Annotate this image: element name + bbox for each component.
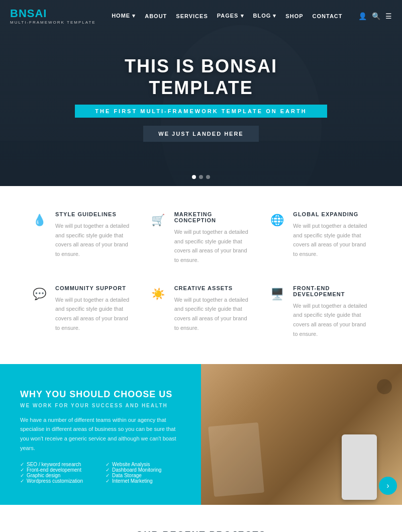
hero-dot-1[interactable] [192,175,196,179]
creative-icon: ☀️ [149,285,167,303]
why-title: WHY YOU SHOULD CHOOSE US [20,389,181,400]
marketing-icon: 🛒 [149,211,167,229]
feature-marketing-text: MARKETING CONCEPTION We will put togethe… [174,211,253,265]
nav-shop[interactable]: SHOP [285,13,303,19]
feature-community-title: COMMUNITY SUPPORT [55,285,134,291]
why-right-bg [201,364,402,505]
hero-cta-button[interactable]: WE JUST LANDED HERE [143,126,258,142]
feature-global: 🌐 GLOBAL EXPANDING We will put together … [268,211,372,265]
nav-icons: 👤 🔍 ☰ [358,12,392,20]
features-grid: 💧 STYLE GUIDELINES We will put together … [30,211,372,339]
feature-style-title: STYLE GUIDELINES [55,211,134,217]
feature-global-desc: We will put together a detailed and spec… [293,221,372,259]
why-checklist-right: Website Analysis Dashboard Monitoring Da… [106,462,181,484]
projects-section: OUR RECENT PROJECTS ● ALL DIGITAL GOODS … [0,505,402,533]
why-section: WHY YOU SHOULD CHOOSE US WE WORK FOR YOU… [0,364,402,505]
navbar: BNSAI MULTI-FRAMEWORK TEMPLATE HOME ▾ AB… [0,0,402,32]
hero-subtitle: THE FIRST MULTI-FRAMEWORK TEMPLATE ON EA… [75,105,327,118]
feature-frontend-text: FRONT-END DEVELOPEMENT We will put toget… [293,285,372,339]
checklist-item-graphic: Graphic design [20,473,95,478]
hero-dot-3[interactable] [206,175,210,179]
checklist-item-seo: SEO / keyword research [20,462,95,467]
checklist-item-website: Website Analysis [106,462,181,467]
feature-community: 💬 COMMUNITY SUPPORT We will put together… [30,285,134,339]
feature-creative: ☀️ CREATIVE ASSETS We will put together … [149,285,253,339]
feature-style-text: STYLE GUIDELINES We will put together a … [55,211,134,259]
feature-community-desc: We will put together a detailed and spec… [55,295,134,333]
checklist-item-storage: Data Storage [106,473,181,478]
frontend-icon: 🖥️ [268,285,286,303]
checklist-item-dashboard: Dashboard Monitoring [106,467,181,473]
menu-icon[interactable]: ☰ [385,12,392,20]
logo-name: BNSAI [10,7,96,20]
nav-services[interactable]: SERVICES [176,13,208,19]
nav-about[interactable]: ABOUT [145,13,167,19]
nav-links: HOME ▾ ABOUT SERVICES PAGES ▾ BLOG ▾ SHO… [112,13,342,19]
feature-global-text: GLOBAL EXPANDING We will put together a … [293,211,372,259]
global-icon: 🌐 [268,211,286,229]
feature-style-desc: We will put together a detailed and spec… [55,221,134,259]
feature-frontend: 🖥️ FRONT-END DEVELOPEMENT We will put to… [268,285,372,339]
feature-creative-desc: We will put together a detailed and spec… [174,295,253,333]
nav-home[interactable]: HOME ▾ [112,13,136,19]
why-checklist: SEO / keyword research Front-end develop… [20,462,181,484]
feature-frontend-desc: We will put together a detailed and spec… [293,301,372,339]
feature-marketing-title: MARKETING CONCEPTION [174,211,253,223]
why-description: We have a number of different teams with… [20,415,181,453]
hero-dot-2[interactable] [199,175,203,179]
community-icon: 💬 [30,285,48,303]
nav-contact[interactable]: CONTACT [313,13,343,19]
why-subtitle: WE WORK FOR YOUR SUCCESS AND HEALTH [20,403,181,408]
hero-title: THIS IS BONSAI TEMPLATE [0,55,402,99]
why-right-panel: › [201,364,402,505]
feature-marketing-desc: We will put together a detailed and spec… [174,227,253,265]
feature-creative-text: CREATIVE ASSETS We will put together a d… [174,285,253,333]
logo-tagline: MULTI-FRAMEWORK TEMPLATE [10,20,96,25]
logo[interactable]: BNSAI MULTI-FRAMEWORK TEMPLATE [10,7,96,25]
nav-pages[interactable]: PAGES ▾ [217,13,244,19]
checklist-item-frontend: Front-end developement [20,467,95,473]
feature-marketing: 🛒 MARKETING CONCEPTION We will put toget… [149,211,253,265]
checklist-item-internet: Internet Marketing [106,478,181,484]
next-arrow-button[interactable]: › [379,477,397,495]
feature-global-title: GLOBAL EXPANDING [293,211,372,217]
search-icon[interactable]: 🔍 [372,12,380,20]
style-guidelines-icon: 💧 [30,211,48,229]
checklist-item-wordpress: Wordpress customization [20,478,95,484]
features-section: 💧 STYLE GUIDELINES We will put together … [0,186,402,364]
hero-dots [192,175,210,179]
why-checklist-left: SEO / keyword research Front-end develop… [20,462,95,484]
user-icon[interactable]: 👤 [358,12,367,20]
nav-blog[interactable]: BLOG ▾ [253,13,277,19]
projects-title: OUR RECENT PROJECTS [0,530,402,533]
projects-header: OUR RECENT PROJECTS [0,530,402,533]
feature-style-guidelines: 💧 STYLE GUIDELINES We will put together … [30,211,134,265]
logo-b: B [10,7,19,20]
feature-community-text: COMMUNITY SUPPORT We will put together a… [55,285,134,333]
why-left-panel: WHY YOU SHOULD CHOOSE US WE WORK FOR YOU… [0,364,201,505]
feature-frontend-title: FRONT-END DEVELOPEMENT [293,285,372,297]
feature-creative-title: CREATIVE ASSETS [174,285,253,291]
